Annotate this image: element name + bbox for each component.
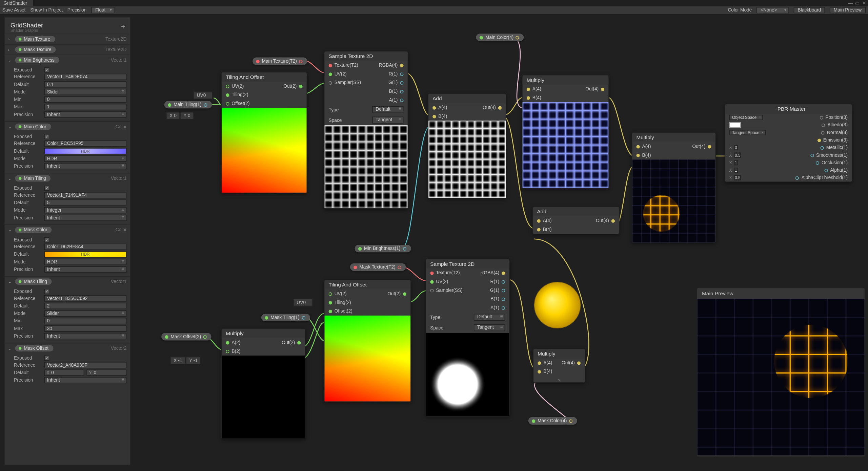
prop-mask-color[interactable]: ⌄Mask ColorColor	[5, 225, 130, 235]
field[interactable]: 2	[44, 303, 126, 309]
field[interactable]: 0.1	[44, 81, 126, 88]
blackboard-panel[interactable]: GridShader Shader Graphs + ›Main Texture…	[4, 17, 130, 465]
preview-circle	[426, 333, 509, 416]
preview-gradient-1	[222, 108, 306, 193]
offset-vec-1[interactable]: X 0Y 0	[166, 112, 194, 120]
show-in-project-button[interactable]: Show In Project	[30, 7, 63, 13]
field[interactable]: 30	[44, 325, 126, 332]
node-multiply-4[interactable]: Multiply A(2)Out(2) B(2)	[221, 328, 305, 439]
field[interactable]: Vector1_71491AF4	[44, 192, 126, 198]
uv-dropdown-2[interactable]: UV0	[293, 299, 312, 306]
preview-black	[222, 356, 305, 438]
node-multiply-2[interactable]: Multiply A(4)Out(4) B(4)	[632, 132, 716, 243]
checkbox[interactable]: ✓	[44, 67, 49, 72]
checkbox[interactable]: ✓	[44, 237, 49, 242]
checkbox[interactable]: ✓	[44, 356, 49, 361]
space-dropdown[interactable]: Tangent	[372, 116, 404, 124]
uv-dropdown-1[interactable]: UV0	[193, 92, 212, 99]
blackboard-toggle[interactable]: Blackboard	[794, 7, 825, 14]
multiply-vec[interactable]: X -1Y -1	[170, 357, 201, 364]
pill-main-texture[interactable]: Main Texture(T2)	[253, 58, 307, 65]
precision-dropdown[interactable]: Float	[91, 7, 115, 14]
node-tiling-offset-2[interactable]: Tiling And Offset UV(2)Out(2) Tiling(2) …	[324, 280, 411, 402]
pill-min-brightness[interactable]: Min Brightness(1)	[355, 245, 411, 252]
blackboard-subtitle: Shader Graphs	[11, 28, 124, 33]
precision-label: Precision	[67, 7, 86, 13]
main-preview-toggle[interactable]: Main Preview	[830, 7, 866, 14]
prop-mask-tiling[interactable]: ⌄Mask TilingVector1	[5, 277, 130, 286]
field[interactable]: Integer	[44, 207, 126, 214]
field[interactable]: Color_D62BF8A4	[44, 243, 126, 250]
field[interactable]: 0	[44, 318, 126, 324]
toolbar: Save Asset Show In Project Precision Flo…	[0, 6, 868, 15]
node-sample-texture-1[interactable]: Sample Texture 2D Texture(T2)RGBA(4) UV(…	[324, 51, 408, 209]
field[interactable]: Color_FCC51F95	[44, 141, 126, 147]
add-property-button[interactable]: +	[121, 22, 125, 31]
preview-sphere-yellow	[528, 276, 586, 334]
type-dropdown[interactable]: Default	[372, 106, 404, 113]
preview-grid-1	[325, 125, 408, 208]
field[interactable]: Inherit	[44, 163, 126, 169]
field[interactable]: Vector1_F48DE074	[44, 74, 126, 80]
checkbox[interactable]: ✓	[44, 289, 49, 294]
field[interactable]: Vector2_A40A939F	[44, 362, 126, 368]
field[interactable]: HDR	[44, 259, 126, 265]
field[interactable]: Inherit	[44, 215, 126, 221]
pill-main-color[interactable]: Main Color(4)	[476, 34, 524, 41]
field[interactable]: Vector1_835CC692	[44, 295, 126, 302]
node-pbr-master[interactable]: PBR Master Object SpacePosition(3) Albed…	[725, 104, 852, 182]
node-title: Tiling And Offset	[222, 72, 306, 82]
prop-mask-texture[interactable]: ›Mask TextureTexture2D	[5, 45, 130, 55]
main-preview-canvas[interactable]	[697, 299, 864, 455]
node-sample-texture-2[interactable]: Sample Texture 2D Texture(T2)RGBA(4) UV(…	[426, 259, 510, 416]
field[interactable]: Slider	[44, 89, 126, 95]
pill-mask-offset[interactable]: Mask Offset(2)	[161, 333, 211, 340]
field[interactable]: 0	[44, 96, 126, 103]
pill-mask-tiling[interactable]: Mask Tiling(1)	[261, 314, 310, 321]
field[interactable]: 5	[44, 199, 126, 206]
checkbox[interactable]: ✓	[44, 186, 49, 191]
node-multiply-3[interactable]: Multiply A(4)Out(4) B(4) ⌄	[533, 349, 585, 383]
blackboard-title: GridShader	[11, 21, 124, 28]
albedo-swatch[interactable]	[729, 122, 741, 127]
node-tiling-offset-1[interactable]: Tiling And Offset UV(2)Out(2) Tiling(2) …	[221, 72, 307, 193]
prop-min-brightness[interactable]: ⌄Min BrightnessVector1	[5, 55, 130, 65]
tab-gridshader[interactable]: GridShader	[0, 0, 34, 6]
prop-main-tiling[interactable]: ⌄Main TilingVector1	[5, 173, 130, 183]
field[interactable]: 1	[44, 104, 126, 110]
preview-gradient-2	[325, 316, 411, 402]
color-swatch[interactable]: HDR	[44, 148, 126, 154]
checkbox[interactable]: ✓	[44, 134, 49, 139]
main-preview-window[interactable]: Main Preview	[697, 288, 865, 457]
color-mode-label: Color Mode	[728, 7, 752, 13]
prop-mask-offset[interactable]: ⌄Mask OffsetVector2	[5, 343, 130, 353]
node-multiply-1[interactable]: Multiply A(4)Out(4) B(4)	[522, 75, 609, 189]
node-add-2[interactable]: Add A(4)Out(4) B(4)	[532, 207, 620, 234]
node-add-1[interactable]: Add A(4)Out(4) B(4)	[428, 93, 506, 198]
field[interactable]: Inherit	[44, 377, 126, 383]
color-mode-dropdown[interactable]: <None>	[756, 7, 789, 14]
field[interactable]: Inherit	[44, 266, 126, 273]
prop-main-texture[interactable]: ›Main TextureTexture2D	[5, 34, 130, 44]
window-buttons[interactable]: —▭✕	[846, 0, 866, 5]
titlebar: —▭✕	[0, 0, 868, 6]
preview-final	[632, 159, 715, 242]
pill-main-tiling[interactable]: Main Tiling(1)	[164, 101, 212, 108]
collapse-icon[interactable]: ⌄	[533, 376, 585, 382]
save-asset-button[interactable]: Save Asset	[2, 7, 26, 13]
preview-grid-3	[523, 102, 609, 188]
field[interactable]: Slider	[44, 310, 126, 317]
preview-grid-2	[428, 121, 506, 198]
prop-main-color[interactable]: ⌄Main ColorColor	[5, 122, 130, 132]
color-swatch[interactable]: HDR	[44, 251, 126, 258]
pill-mask-texture[interactable]: Mask Texture(T2)	[350, 263, 406, 271]
field[interactable]: Inherit	[44, 111, 126, 118]
field[interactable]: Inherit	[44, 333, 126, 339]
pill-mask-color[interactable]: Mask Color(4)	[528, 417, 577, 425]
field[interactable]: HDR	[44, 155, 126, 162]
